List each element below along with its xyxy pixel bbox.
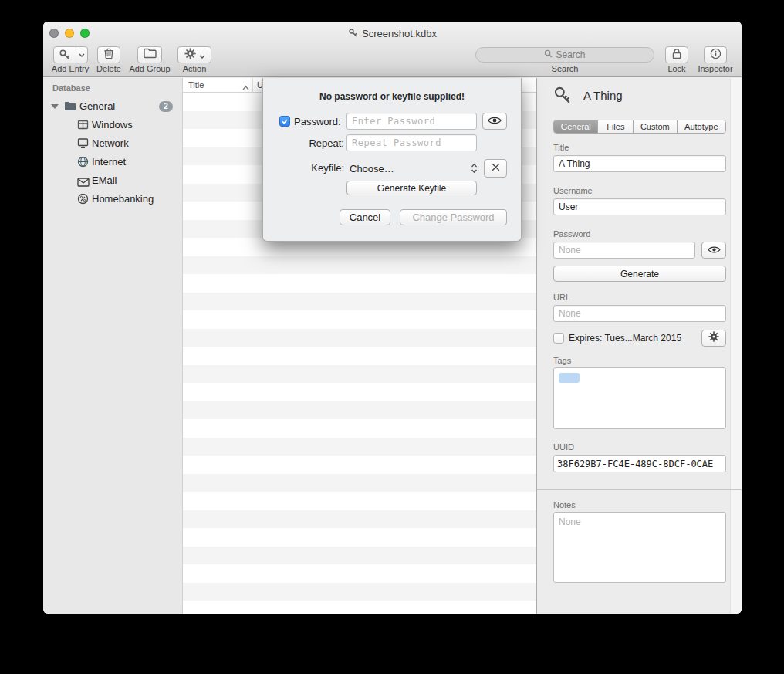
add-entry-button[interactable] [53,46,88,63]
inspector-tabs: General Files Custom Autotype [553,120,726,134]
envelope-icon [77,176,90,190]
sidebar-section-header: Database [52,83,90,93]
sheet-warning-message: No password or keyfile supplied! [263,91,521,102]
window-chrome: Screenshot.kdbx Add Entry Delete Add Gro… [43,22,742,77]
entry-key-icon [553,86,573,110]
add-group-button[interactable] [137,46,162,63]
gear-icon [708,331,719,345]
search-placeholder: Search [556,49,585,60]
generate-keyfile-button[interactable]: Generate Keyfile [346,181,477,195]
entry-title: A Thing [583,89,623,102]
search-caption: Search [475,64,654,73]
group-label: Windows [92,119,133,130]
trash-icon [103,47,114,63]
expires-settings-button[interactable] [701,330,726,347]
expires-checkbox[interactable] [553,333,564,344]
popup-stepper-icon [471,163,478,174]
lock-button[interactable] [665,46,688,63]
document-icon [348,28,358,40]
sidebar-item-windows[interactable]: Windows [43,117,182,134]
uuid-field[interactable] [553,455,726,472]
add-group-label: Add Group [127,64,173,73]
key-icon [54,47,76,63]
add-entry-dropdown[interactable] [76,47,87,63]
gear-icon [184,48,196,63]
username-field[interactable] [553,198,726,215]
action-label: Action [177,64,211,73]
chevron-down-icon [199,48,205,62]
inspector-panel: A Thing General Files Custom Autotype Ti… [536,78,742,614]
change-password-button[interactable]: Change Password [400,209,507,225]
disclosure-triangle-icon[interactable] [51,104,59,109]
column-divider[interactable] [252,78,253,93]
close-icon [491,161,501,175]
use-password-checkbox[interactable] [279,116,290,127]
folder-plus-icon [144,48,157,62]
percent-coin-icon [77,193,89,208]
generate-password-button[interactable]: Generate [553,266,726,282]
repeat-label: Repeat: [294,137,344,149]
tag-chip[interactable] [559,373,580,383]
group-label: Internet [92,156,126,168]
username-field-label: Username [553,186,593,195]
entry-count-badge: 2 [159,101,173,112]
inspector-divider [537,489,742,490]
new-password-input[interactable] [346,113,477,130]
repeat-password-input[interactable] [346,134,477,151]
group-sidebar: Database General 2 Windows Network [43,78,183,614]
inspector-button[interactable] [704,46,727,63]
tags-field[interactable] [553,367,726,429]
reveal-password-button[interactable] [701,242,726,259]
window-title-text: Screenshot.kdbx [362,28,437,39]
delete-label: Delete [86,64,131,73]
checkmark-icon [281,114,289,128]
inspector-toolbar-label: Inspector [692,64,738,73]
network-icon [77,137,89,152]
sidebar-item-network[interactable]: Network [43,135,182,152]
group-label: Network [92,137,129,149]
sidebar-item-email[interactable]: EMail [43,172,182,189]
tab-general[interactable]: General [554,120,597,133]
uuid-field-label: UUID [553,442,574,452]
change-password-sheet: No password or keyfile supplied! Passwor… [262,78,522,242]
sidebar-item-internet[interactable]: Internet [43,154,182,171]
eye-icon [488,114,502,128]
sidebar-item-homebanking[interactable]: Homebanking [43,191,182,208]
tags-field-label: Tags [553,356,571,365]
globe-icon [77,156,89,171]
password-field-label: Password [553,229,590,239]
password-label: Password: [294,116,341,127]
title-field-label: Title [553,143,569,152]
windows-icon [77,119,89,134]
url-field[interactable] [553,305,726,322]
lock-icon [672,48,681,63]
keyfile-popup[interactable]: Choose… [346,159,481,178]
keyfile-label: Keyfile: [294,162,344,174]
group-label: EMail [92,174,117,186]
column-header-title[interactable]: Title [188,80,204,90]
folder-icon [64,100,76,114]
tab-custom[interactable]: Custom [633,120,677,133]
group-label: Homebanking [92,193,154,205]
notes-field[interactable]: None [553,512,726,583]
reveal-new-password-button[interactable] [482,113,507,130]
sort-ascending-icon [242,83,249,92]
tab-autotype[interactable]: Autotype [677,120,725,133]
clear-keyfile-button[interactable] [484,159,507,178]
action-button[interactable] [177,46,211,63]
title-field[interactable] [553,155,726,172]
delete-button[interactable] [97,46,120,63]
notes-field-label: Notes [553,500,576,510]
inspector-scrollbar[interactable] [730,78,742,614]
cancel-button[interactable]: Cancel [340,209,390,225]
tab-files[interactable]: Files [597,120,633,133]
sidebar-item-general[interactable]: General 2 [43,98,182,115]
expires-label: Expires: Tues...March 2015 [569,333,681,344]
notes-placeholder: None [559,517,581,527]
search-input[interactable]: Search [475,47,654,63]
url-field-label: URL [553,293,570,302]
group-label: General [79,100,115,112]
password-field[interactable] [553,242,695,259]
info-icon [710,48,721,63]
eye-icon [708,243,721,257]
